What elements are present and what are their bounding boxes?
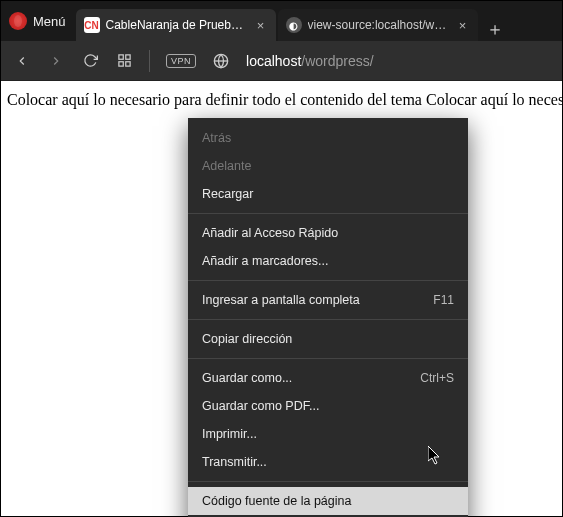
page-content: Colocar aquí lo necesario para definir t…: [1, 81, 562, 119]
url-host: localhost: [246, 53, 301, 69]
svg-rect-2: [118, 62, 122, 66]
reload-icon[interactable]: [81, 52, 99, 70]
tab-strip: CN CableNaranja de Prueba - C × ◐ view-s…: [76, 1, 562, 41]
cm-reload[interactable]: Recargar: [188, 180, 468, 208]
cm-save-pdf[interactable]: Guardar como PDF...: [188, 392, 468, 420]
forward-icon[interactable]: [47, 52, 65, 70]
titlebar: Menú CN CableNaranja de Prueba - C × ◐ v…: [1, 1, 562, 41]
back-icon[interactable]: [13, 52, 31, 70]
cm-print[interactable]: Imprimir...: [188, 420, 468, 448]
menu-label: Menú: [33, 14, 66, 29]
cm-fullscreen[interactable]: Ingresar a pantalla completaF11: [188, 286, 468, 314]
favicon-active: CN: [84, 17, 100, 33]
cm-cast[interactable]: Transmitir...: [188, 448, 468, 476]
cm-divider: [188, 481, 468, 482]
cm-divider: [188, 213, 468, 214]
url-path: /wordpress/: [301, 53, 373, 69]
globe-icon[interactable]: [212, 52, 230, 70]
context-menu: Atrás Adelante Recargar Añadir al Acceso…: [188, 118, 468, 517]
tab-active-title: CableNaranja de Prueba - C: [106, 18, 248, 32]
speed-dial-icon[interactable]: [115, 52, 133, 70]
cm-back[interactable]: Atrás: [188, 124, 468, 152]
tab-active[interactable]: CN CableNaranja de Prueba - C ×: [76, 9, 276, 41]
svg-rect-0: [118, 55, 122, 59]
cm-forward[interactable]: Adelante: [188, 152, 468, 180]
tab-inactive[interactable]: ◐ view-source:localhost/worc ×: [278, 9, 478, 41]
new-tab-button[interactable]: ＋: [480, 17, 510, 41]
svg-rect-3: [125, 62, 129, 66]
tab-close-icon[interactable]: ×: [456, 18, 470, 32]
opera-logo-icon: [9, 12, 27, 30]
cm-copy-address[interactable]: Copiar dirección: [188, 325, 468, 353]
cm-divider: [188, 319, 468, 320]
cm-bookmark[interactable]: Añadir a marcadores...: [188, 247, 468, 275]
cm-divider: [188, 280, 468, 281]
separator: [149, 50, 150, 72]
tab-inactive-title: view-source:localhost/worc: [308, 18, 450, 32]
cm-speed-dial[interactable]: Añadir al Acceso Rápido: [188, 219, 468, 247]
tab-close-icon[interactable]: ×: [254, 18, 268, 32]
menu-button[interactable]: Menú: [1, 1, 76, 41]
favicon-inactive: ◐: [286, 17, 302, 33]
page-text: Colocar aquí lo necesario para definir t…: [7, 91, 562, 108]
cm-view-source[interactable]: Código fuente de la página: [188, 487, 468, 515]
address-bar: VPN localhost/wordpress/: [1, 41, 562, 81]
vpn-badge[interactable]: VPN: [166, 54, 196, 68]
svg-rect-1: [125, 55, 129, 59]
cm-divider: [188, 358, 468, 359]
url-field[interactable]: localhost/wordpress/: [246, 53, 374, 69]
cm-save-as[interactable]: Guardar como...Ctrl+S: [188, 364, 468, 392]
